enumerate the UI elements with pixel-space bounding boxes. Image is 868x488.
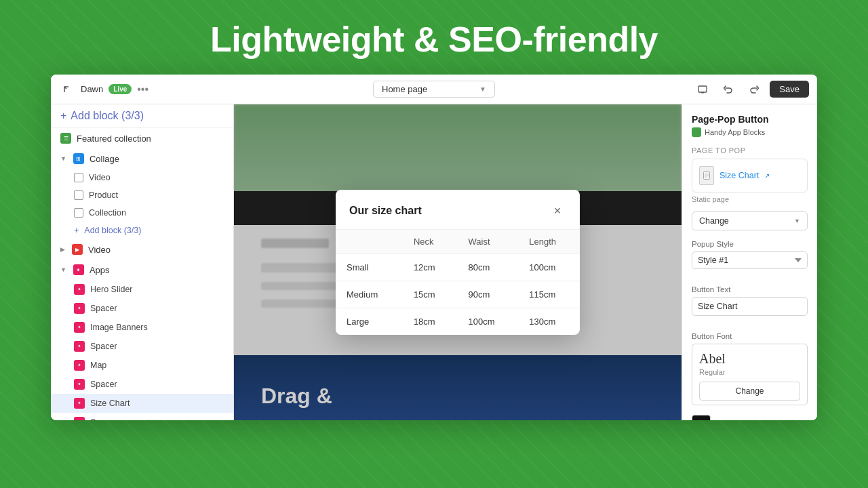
spacer2-label: Spacer	[90, 342, 117, 351]
editor-window: Dawn Live ••• Home page ▼ Save	[51, 75, 817, 420]
product-icon	[74, 190, 83, 200]
canvas-area: Drag & Our size chart ×	[234, 104, 682, 420]
size-chart-label: Size Chart	[90, 399, 130, 408]
collage-label: Collage	[90, 154, 119, 164]
button-color-row: Button Color	[692, 415, 808, 420]
topbar-ellipsis[interactable]: •••	[137, 83, 149, 96]
page-link[interactable]: Size Chart	[719, 171, 759, 180]
spacer1-icon: ✦	[74, 303, 85, 314]
back-icon[interactable]	[59, 81, 75, 98]
sidebar-spacer1[interactable]: ✦ Spacer	[51, 299, 233, 318]
editor-body: + Add block (3/3) ☰ Featured collection …	[51, 104, 817, 420]
devices-button[interactable]	[692, 79, 713, 100]
left-sidebar: + Add block (3/3) ☰ Featured collection …	[51, 104, 234, 420]
button-text-input[interactable]	[692, 297, 808, 316]
sidebar-spacer3[interactable]: ✦ Spacer	[51, 375, 233, 394]
table-cell-waist-0: 80cm	[458, 254, 519, 281]
sidebar-spacer2[interactable]: ✦ Spacer	[51, 337, 233, 356]
product-label: Product	[89, 190, 118, 200]
table-header-neck: Neck	[403, 230, 458, 254]
change-button-label: Change	[699, 216, 729, 226]
collection-label: Collection	[89, 208, 126, 218]
button-text-label: Button Text	[692, 285, 808, 293]
sidebar-add-block2[interactable]: + Add block (3/3)	[51, 222, 233, 239]
spacer4-label: Spacer	[90, 418, 117, 420]
topbar-right: Save	[687, 79, 809, 100]
table-cell-neck-2: 18cm	[403, 308, 458, 336]
popup-style-select[interactable]: Style #1	[692, 251, 808, 269]
popup-style-label: Popup Style	[692, 240, 808, 248]
plus-icon: +	[60, 110, 66, 122]
modal-close-button[interactable]: ×	[549, 202, 566, 220]
size-table-body: Small12cm80cm100cmMedium15cm90cm115cmLar…	[336, 254, 580, 336]
image-banners-label: Image Banners	[90, 323, 148, 332]
save-button[interactable]: Save	[770, 81, 809, 98]
sidebar-collage[interactable]: ▼ ⊞ Collage	[51, 148, 233, 169]
sidebar-product[interactable]: Product	[51, 186, 233, 204]
table-row: Medium15cm90cm115cm	[336, 281, 580, 308]
page-selector[interactable]: Home page ▼	[373, 81, 495, 98]
sidebar-collection[interactable]: Collection	[51, 204, 233, 222]
image-banners-icon: ✦	[74, 322, 85, 333]
app-badge-icon	[692, 127, 701, 137]
sidebar-apps[interactable]: ▼ ✦ Apps	[51, 260, 233, 280]
page-headline: Lightweight & SEO-friendly	[210, 19, 658, 60]
size-chart-icon: ✦	[74, 398, 85, 409]
sidebar-hero-slider[interactable]: ✦ Hero Slider	[51, 280, 233, 299]
table-cell-waist-1: 90cm	[458, 281, 519, 308]
doc-icon	[699, 166, 714, 185]
modal-header: Our size chart ×	[336, 190, 580, 230]
featured-collection-icon: ☰	[60, 133, 71, 144]
sidebar-video-section[interactable]: ▶ ▶ Video	[51, 239, 233, 260]
video-icon	[74, 173, 83, 182]
page-to-pop-label: Page to pop	[692, 146, 808, 155]
font-weight-label: Regular	[699, 368, 800, 376]
topbar: Dawn Live ••• Home page ▼ Save	[51, 75, 817, 104]
add-block2-label: Add block (3/3)	[84, 226, 141, 235]
size-table: Neck Waist Length Small12cm80cm100cmMedi…	[336, 230, 580, 335]
chevron-down-icon: ▼	[479, 85, 486, 93]
sidebar-featured-collection[interactable]: ☰ Featured collection	[51, 128, 233, 148]
sidebar-video[interactable]: Video	[51, 169, 233, 186]
external-link-icon: ↗	[764, 172, 770, 180]
plus-icon2: +	[74, 226, 79, 235]
table-header-size	[336, 230, 403, 254]
page-to-pop-box[interactable]: Size Chart ↗	[692, 159, 808, 192]
right-panel-title: Page-Pop Button	[692, 114, 808, 125]
spacer1-label: Spacer	[90, 304, 117, 313]
spacer4-icon: ✦	[74, 417, 85, 420]
table-header-waist: Waist	[458, 230, 519, 254]
table-header-length: Length	[518, 230, 580, 254]
table-cell-length-0: 100cm	[518, 254, 580, 281]
table-row: Large18cm100cm130cm	[336, 308, 580, 336]
hero-slider-icon: ✦	[74, 284, 85, 295]
video-section-label: Video	[88, 245, 111, 255]
button-color-swatch[interactable]	[692, 415, 711, 420]
canvas-background: Drag & Our size chart ×	[234, 104, 682, 420]
table-cell-neck-0: 12cm	[403, 254, 458, 281]
spacer3-icon: ✦	[74, 379, 85, 390]
add-block-top[interactable]: + Add block (3/3)	[51, 104, 233, 128]
size-chart-modal: Our size chart × Neck Waist Length	[336, 190, 580, 335]
sidebar-size-chart[interactable]: ✦ Size Chart	[51, 394, 233, 413]
undo-button[interactable]	[718, 79, 738, 100]
table-cell-length-1: 115cm	[518, 281, 580, 308]
change-font-button[interactable]: Change	[699, 382, 800, 401]
svg-rect-0	[698, 86, 707, 92]
table-cell-length-2: 130cm	[518, 308, 580, 336]
sidebar-spacer4[interactable]: ✦ Spacer	[51, 413, 233, 420]
table-cell-neck-1: 15cm	[403, 281, 458, 308]
font-preview-box: Abel Regular Change	[692, 344, 808, 405]
modal-overlay: Our size chart × Neck Waist Length	[234, 104, 682, 420]
theme-name: Dawn	[81, 84, 103, 94]
table-cell-size-0: Small	[336, 254, 403, 281]
redo-button[interactable]	[744, 79, 764, 100]
sidebar-image-banners[interactable]: ✦ Image Banners	[51, 318, 233, 337]
sidebar-map[interactable]: ✦ Map	[51, 356, 233, 375]
table-cell-size-2: Large	[336, 308, 403, 336]
right-sidebar: Page-Pop Button Handy App Blocks Page to…	[682, 104, 817, 420]
topbar-left: Dawn Live •••	[59, 81, 181, 98]
static-page-label: Static page	[692, 195, 808, 203]
change-button[interactable]: Change ▼	[692, 211, 808, 230]
table-row: Small12cm80cm100cm	[336, 254, 580, 281]
